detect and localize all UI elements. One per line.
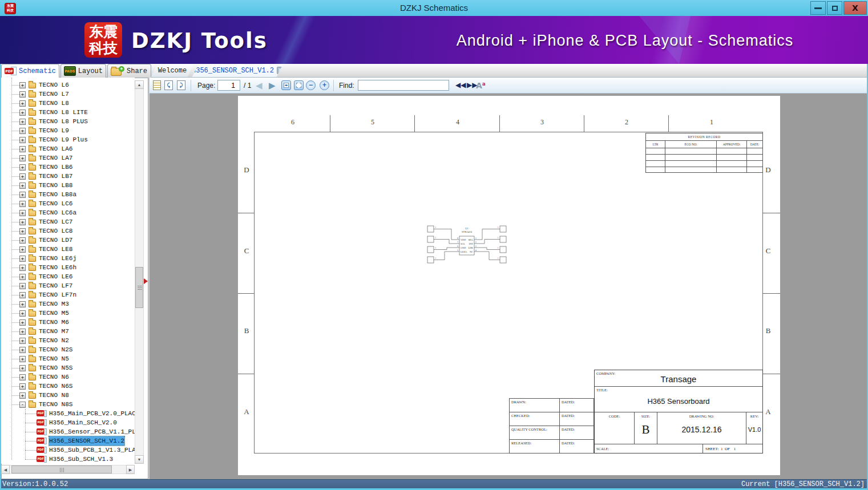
expand-icon[interactable]: + <box>19 210 26 216</box>
tree-folder-item[interactable]: +TECNO L7 <box>1 90 135 99</box>
expand-icon[interactable]: + <box>19 110 26 116</box>
expand-icon[interactable]: + <box>19 228 26 234</box>
expand-icon[interactable]: + <box>19 155 26 161</box>
expand-icon[interactable]: + <box>19 319 26 326</box>
page-thumbnail-icon[interactable] <box>153 80 161 90</box>
tree-folder-item[interactable]: +TECNO L8 <box>1 99 135 108</box>
scroll-right-icon[interactable]: ▶ <box>126 465 135 474</box>
next-page-icon[interactable]: ▶ <box>269 80 276 91</box>
close-button[interactable]: X <box>843 1 867 15</box>
expand-icon[interactable]: + <box>19 356 26 362</box>
expand-icon[interactable]: + <box>19 274 26 280</box>
horizontal-scroll-thumb[interactable] <box>11 465 112 473</box>
expand-icon[interactable]: + <box>19 256 26 262</box>
tab-share[interactable]: + Share <box>107 64 151 78</box>
expand-icon[interactable]: + <box>19 374 26 380</box>
zoom-out-icon[interactable]: − <box>306 80 316 90</box>
tree-folder-item[interactable]: +TECNO M7 <box>1 327 135 336</box>
schematic-viewer[interactable]: REVISION RECORD LTR ECO NO: APPROVED: DA… <box>150 94 867 479</box>
tree-folder-item[interactable]: +TECNO L8 PLUS <box>1 117 135 126</box>
tree-folder-item[interactable]: +TECNO LA6 <box>1 144 135 153</box>
tab-layout[interactable]: PADS Layout <box>60 64 106 78</box>
tree-folder-item[interactable]: -TECNO N8S <box>1 400 135 409</box>
expand-icon[interactable]: + <box>19 183 26 189</box>
tree-file-item[interactable]: PDFH356_Main_SCH_V2.0 <box>1 418 135 427</box>
fit-page-icon[interactable] <box>294 80 304 90</box>
prev-page-icon[interactable]: ◀ <box>256 80 263 91</box>
tree-folder-item[interactable]: +TECNO N5 <box>1 354 135 363</box>
tree-folder-item[interactable]: +TECNO LF7 <box>1 281 135 290</box>
tree-folder-item[interactable]: +TECNO LE8 <box>1 245 135 254</box>
expand-icon[interactable]: + <box>19 91 26 98</box>
expand-icon[interactable]: + <box>19 265 26 271</box>
tree-folder-item[interactable]: +TECNO LA7 <box>1 153 135 163</box>
expand-icon[interactable]: + <box>19 292 26 298</box>
expand-icon[interactable]: + <box>19 237 26 244</box>
expand-icon[interactable]: + <box>19 164 26 171</box>
zoom-in-icon[interactable]: + <box>320 80 329 90</box>
tree-folder-item[interactable]: +TECNO N6 <box>1 372 135 382</box>
find-input[interactable] <box>358 80 449 91</box>
expand-icon[interactable]: + <box>19 338 26 344</box>
tab-schematic[interactable]: PDF Schematic <box>1 64 59 78</box>
tree-folder-item[interactable]: +TECNO LB6 <box>1 163 135 172</box>
tree-folder-item[interactable]: +TECNO N2S <box>1 345 135 354</box>
tree-folder-item[interactable]: +TECNO L8 LITE <box>1 108 135 117</box>
tree-folder-item[interactable]: +TECNO N6S <box>1 382 135 391</box>
expand-icon[interactable]: + <box>19 173 26 180</box>
fit-width-icon[interactable]: ◂▸ <box>281 80 291 90</box>
expand-icon[interactable]: - <box>19 402 26 408</box>
expand-icon[interactable]: + <box>19 146 26 152</box>
expand-icon[interactable]: + <box>19 392 26 399</box>
expand-icon[interactable]: + <box>19 82 26 88</box>
tree-folder-item[interactable]: +TECNO M3 <box>1 299 135 309</box>
tree-folder-item[interactable]: +TECNO LF7n <box>1 290 135 299</box>
doc-tab-h356-sensor-sch[interactable]: H356_SENSOR_SCH_V1.2 x <box>192 64 283 78</box>
expand-icon[interactable]: + <box>19 329 26 335</box>
find-previous-icon[interactable]: ◀◀ <box>455 81 466 89</box>
tree-folder-item[interactable]: +TECNO L9 <box>1 126 135 135</box>
tree-file-item[interactable]: PDFH356_Sensor_PCB_V1.1_PLAC <box>1 427 135 436</box>
expand-icon[interactable]: + <box>19 246 26 253</box>
expand-icon[interactable]: + <box>19 383 26 390</box>
tree-folder-item[interactable]: +TECNO M6 <box>1 318 135 327</box>
tree-folder-item[interactable]: +TECNO LC7 <box>1 217 135 226</box>
tree-folder-item[interactable]: +TECNO N8 <box>1 391 135 400</box>
expand-icon[interactable]: + <box>19 283 26 289</box>
tree-folder-item[interactable]: +TECNO LD7 <box>1 236 135 245</box>
splitter-collapse-icon[interactable] <box>144 278 148 284</box>
tree-file-item[interactable]: PDFH356_Sub_PCB_1_V1.3_PLACE <box>1 446 135 455</box>
rotate-right-icon[interactable]: ⤸ <box>177 80 185 90</box>
match-case-icon[interactable]: Aa <box>476 80 486 91</box>
tree-folder-item[interactable]: +TECNO N2 <box>1 336 135 345</box>
tree-folder-item[interactable]: +TECNO L6 <box>1 80 135 90</box>
expand-icon[interactable]: + <box>19 301 26 307</box>
doc-tab-welcome[interactable]: Welcome <box>151 64 194 78</box>
vertical-scroll-thumb[interactable] <box>135 267 143 308</box>
maximize-button[interactable] <box>827 1 842 15</box>
tree-folder-item[interactable]: +TECNO LB8a <box>1 190 135 199</box>
expand-icon[interactable]: + <box>19 310 26 317</box>
page-number-input[interactable] <box>217 80 240 91</box>
tree-folder-item[interactable]: +TECNO N5S <box>1 363 135 372</box>
tree-folder-item[interactable]: +TECNO M5 <box>1 309 135 318</box>
tree-folder-item[interactable]: +TECNO LB7 <box>1 172 135 181</box>
expand-icon[interactable]: + <box>19 201 26 207</box>
tree-file-item[interactable]: PDFH356_Sub_SCH_V1.3 <box>1 455 135 464</box>
expand-icon[interactable]: + <box>19 192 26 198</box>
expand-icon[interactable]: + <box>19 365 26 371</box>
minimize-button[interactable] <box>810 1 826 15</box>
expand-icon[interactable]: + <box>19 100 26 107</box>
expand-icon[interactable]: + <box>19 219 26 225</box>
scroll-up-icon[interactable]: ▲ <box>135 80 144 89</box>
tree-folder-item[interactable]: +TECNO LE6 <box>1 272 135 281</box>
tree-folder-item[interactable]: +TECNO LC6 <box>1 199 135 208</box>
expand-icon[interactable]: + <box>19 347 26 353</box>
tree-folder-item[interactable]: +TECNO LC6a <box>1 208 135 217</box>
tree-folder-item[interactable]: +TECNO LB8 <box>1 181 135 190</box>
tree-folder-item[interactable]: +TECNO LE6j <box>1 254 135 263</box>
tree-folder-item[interactable]: +TECNO L9 Plus <box>1 135 135 144</box>
rotate-left-icon[interactable]: ⤹ <box>164 80 173 90</box>
tree-file-item[interactable]: PDFH356_SENSOR_SCH_V1.2 <box>1 436 135 446</box>
tree-folder-item[interactable]: +TECNO LC8 <box>1 226 135 236</box>
